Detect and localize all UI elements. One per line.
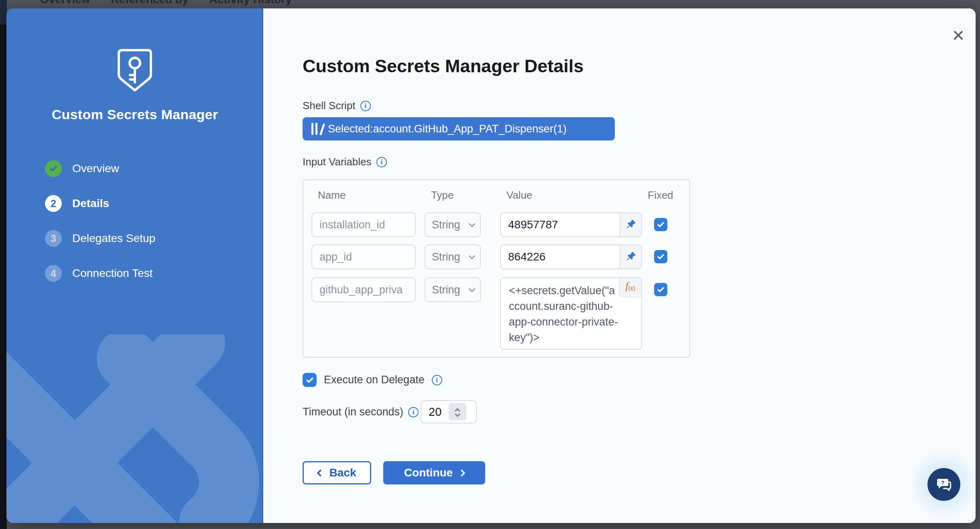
selected-shell-script-value: Selected:account.GitHub_App_PAT_Dispense… — [328, 123, 567, 135]
variable-value-group — [500, 212, 642, 237]
selected-shell-script-chip[interactable]: Selected:account.GitHub_App_PAT_Dispense… — [303, 117, 615, 140]
info-icon[interactable]: i — [408, 407, 419, 417]
variable-name-input[interactable] — [311, 277, 416, 302]
variable-value-input[interactable] — [501, 213, 620, 236]
variable-type-select[interactable]: String — [425, 277, 481, 302]
tab-overview[interactable]: Overview — [40, 0, 90, 6]
check-icon — [305, 376, 314, 385]
page-title: Custom Secrets Manager Details — [303, 56, 584, 77]
fixed-checkbox[interactable] — [654, 218, 667, 231]
fx-expression-icon[interactable]: f(x) — [619, 278, 641, 297]
chevron-left-icon — [317, 469, 324, 476]
execute-on-delegate-checkbox[interactable] — [303, 373, 317, 387]
secrets-manager-shield-key-icon — [115, 48, 155, 97]
info-icon[interactable]: i — [376, 157, 387, 167]
pin-icon[interactable] — [620, 245, 641, 269]
background-tab-bar: Overview Referenced by Activity History — [40, 0, 292, 6]
input-variables-label: Input Variables — [303, 156, 372, 168]
execute-on-delegate-row: Execute on Delegate i — [303, 373, 442, 387]
column-header-value: Value — [506, 189, 533, 201]
background-left-nav — [0, 0, 7, 529]
chevron-down-icon — [469, 285, 476, 292]
column-header-type: Type — [431, 189, 453, 201]
back-button[interactable]: Back — [303, 461, 371, 484]
variable-name-input[interactable] — [311, 212, 416, 237]
step-label: Overview — [72, 162, 119, 175]
wizard-steps: Overview 2 Details 3 Delegates Setup 4 C… — [45, 160, 155, 300]
step-connection-test[interactable]: 4 Connection Test — [45, 265, 155, 282]
check-icon — [657, 220, 665, 229]
step-delegates-setup[interactable]: 3 Delegates Setup — [45, 230, 155, 247]
close-icon[interactable] — [950, 28, 966, 44]
step-number: 3 — [45, 230, 62, 247]
expression-text: <+secrets.getValue("account.suranc-githu… — [509, 283, 618, 346]
chevron-right-icon — [458, 469, 465, 476]
variable-value-expression[interactable]: <+secrets.getValue("account.suranc-githu… — [500, 277, 642, 350]
details-panel: Custom Secrets Manager Details Shell Scr… — [263, 8, 976, 523]
step-number: 2 — [45, 195, 62, 212]
timeout-input[interactable] — [421, 405, 448, 419]
custom-secrets-manager-modal: Custom Secrets Manager Overview 2 Detail… — [6, 8, 976, 523]
help-chat-icon: ? — [934, 475, 954, 494]
chevron-down-icon — [469, 220, 476, 227]
input-variables-label-row: Input Variables i — [303, 156, 387, 168]
step-overview[interactable]: Overview — [45, 160, 155, 177]
harness-logo-watermark — [6, 334, 263, 523]
continue-button[interactable]: Continue — [383, 461, 485, 484]
pin-icon[interactable] — [620, 213, 641, 236]
column-header-fixed: Fixed — [648, 189, 673, 201]
timeout-label: Timeout (in seconds) — [303, 406, 403, 418]
shell-script-label: Shell Script — [303, 100, 356, 112]
library-icon — [311, 123, 321, 135]
input-variables-table: Name Type Value Fixed String — [303, 179, 690, 358]
help-question-glyph: ? — [941, 479, 944, 486]
variable-type-select[interactable]: String — [425, 212, 481, 237]
help-chat-button[interactable]: ? — [927, 468, 960, 501]
stepper-buttons[interactable] — [449, 403, 466, 421]
variable-type-value: String — [432, 219, 460, 231]
step-done-check-icon — [45, 160, 62, 177]
shell-script-label-row: Shell Script i — [303, 100, 371, 112]
variable-type-value: String — [432, 251, 460, 263]
step-label: Details — [72, 197, 109, 210]
wizard-nav-buttons: Back Continue — [303, 461, 485, 484]
tab-referenced-by[interactable]: Referenced by — [111, 0, 189, 6]
variable-name-input[interactable] — [311, 244, 416, 269]
step-details[interactable]: 2 Details — [45, 195, 155, 212]
fixed-checkbox[interactable] — [654, 250, 667, 263]
step-label: Delegates Setup — [72, 232, 155, 245]
info-icon[interactable]: i — [360, 101, 371, 111]
variable-value-group — [500, 244, 642, 269]
variable-type-select[interactable]: String — [425, 244, 481, 269]
wizard-sidebar: Custom Secrets Manager Overview 2 Detail… — [6, 8, 263, 523]
variable-type-value: String — [432, 284, 460, 296]
step-number: 4 — [45, 265, 62, 282]
timeout-label-row: Timeout (in seconds) i — [303, 406, 419, 418]
fixed-checkbox[interactable] — [654, 283, 667, 296]
column-header-name: Name — [318, 189, 346, 201]
tab-activity-history[interactable]: Activity History — [209, 0, 292, 6]
step-label: Connection Test — [72, 267, 152, 280]
execute-on-delegate-label: Execute on Delegate — [324, 374, 425, 386]
timeout-stepper — [421, 400, 477, 423]
check-icon — [657, 252, 665, 261]
check-icon — [657, 285, 665, 294]
wizard-title: Custom Secrets Manager — [6, 107, 263, 122]
info-icon[interactable]: i — [432, 375, 442, 385]
chevron-down-icon — [469, 252, 476, 259]
background-left-nav-top — [0, 0, 7, 25]
variable-value-input[interactable] — [501, 245, 620, 269]
